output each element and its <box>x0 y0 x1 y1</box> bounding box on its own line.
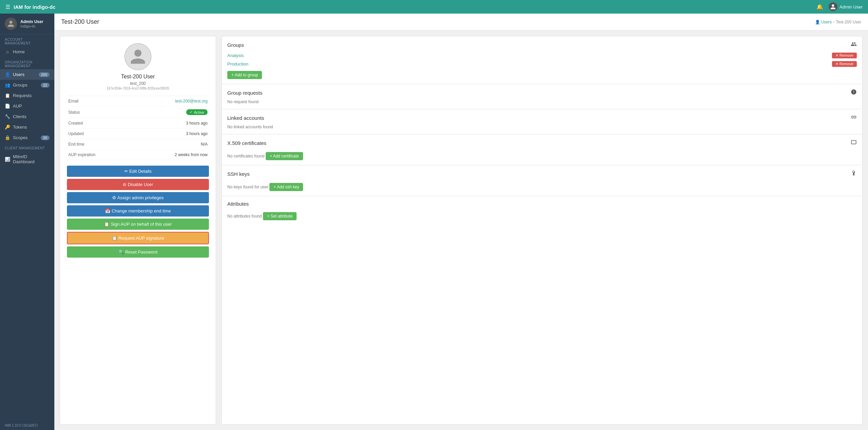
email-value[interactable]: test-200@test.org <box>116 99 208 104</box>
x509-header: X.509 certificates <box>227 139 857 147</box>
group-production-item: Production ✕ Remove <box>227 60 857 68</box>
sidebar-item-requests[interactable]: 📋 Requests <box>0 90 54 101</box>
nav-right-area: 🔔 Admin User <box>816 2 863 11</box>
user-uuid: 167e359e-7833-4ce2-9f8b-f035cee39505 <box>107 87 170 90</box>
group-analysis-link[interactable]: Analysis <box>227 53 244 58</box>
breadcrumb-current: Test-200 User <box>836 20 861 24</box>
sidebar-user-name: Admin User <box>20 19 43 24</box>
attributes-header: Attributes <box>227 201 857 207</box>
groups-section-header: Groups <box>227 41 857 49</box>
edit-details-button[interactable]: ✏ Edit Details <box>67 166 209 177</box>
attributes-title: Attributes <box>227 201 249 207</box>
sidebar-version: IAM 1.10.0 (161a057) <box>0 421 54 430</box>
home-icon: ⌂ <box>5 49 10 54</box>
remove-production-button[interactable]: ✕ Remove <box>832 61 857 67</box>
sidebar-user-section: Admin User indigo-dc <box>0 14 54 34</box>
user-username: test_200 <box>130 81 146 86</box>
end-time-value: N/A <box>116 142 208 147</box>
sidebar-avatar <box>5 18 17 30</box>
group-analysis-item: Analysis ✕ Remove <box>227 51 857 60</box>
hamburger-icon[interactable]: ☰ <box>5 4 10 10</box>
change-membership-button[interactable]: 📅 Change membership end time <box>67 205 209 217</box>
sidebar-item-scopes[interactable]: 🔒 Scopes 20 <box>0 132 54 143</box>
status-badge: ✓ Active <box>186 109 208 115</box>
group-requests-section: Group requests No request found <box>222 84 862 109</box>
status-label: Status <box>68 110 116 115</box>
page-title: Test-200 User <box>61 18 99 25</box>
sidebar-item-groups[interactable]: 👥 Groups 22 <box>0 80 54 90</box>
sign-aup-button[interactable]: 📋 Sign AUP on behalf of this user <box>67 219 209 230</box>
users-badge: 255 <box>39 72 50 77</box>
group-requests-no-data: No request found <box>227 98 259 106</box>
sidebar-item-home[interactable]: ⌂ Home <box>0 46 54 57</box>
sidebar-scopes-label: Scopes <box>13 135 28 140</box>
request-aup-button[interactable]: 📋 Request AUP signature <box>67 232 209 244</box>
user-avatar-large <box>124 43 152 70</box>
remove-analysis-button[interactable]: ✕ Remove <box>832 53 857 58</box>
disable-user-button[interactable]: ⊘ Disable User <box>67 179 209 190</box>
sidebar-item-aup[interactable]: 📄 AUP <box>0 101 54 111</box>
status-row: Status ✓ Active <box>67 107 209 118</box>
attributes-no-data: No attributes found <box>227 212 262 220</box>
breadcrumb: 👤 Users › Test-200 User <box>815 20 861 24</box>
admin-avatar <box>829 2 837 11</box>
ssh-keys-title: SSH keys <box>227 171 250 177</box>
scopes-badge: 20 <box>41 135 50 140</box>
aup-expiration-label: AUP expiration <box>68 152 116 157</box>
linked-accounts-header: Linked accounts <box>227 114 857 121</box>
sidebar-users-label: Users <box>13 72 24 77</box>
page-header: Test-200 User 👤 Users › Test-200 User <box>54 14 868 31</box>
user-display-name: Test-200 User <box>121 74 155 80</box>
aup-icon: 📄 <box>5 104 10 109</box>
linked-accounts-section: Linked accounts No linked accounts found <box>222 109 862 134</box>
created-row: Created 3 hours ago <box>67 118 209 129</box>
groups-icon: 👥 <box>5 82 10 88</box>
notification-bell-icon[interactable]: 🔔 <box>816 4 823 10</box>
sidebar-requests-label: Requests <box>13 93 32 98</box>
scopes-icon: 🔒 <box>5 135 10 140</box>
x509-title: X.509 certificates <box>227 140 266 146</box>
add-ssh-key-button[interactable]: + Add ssh key <box>269 183 303 191</box>
sidebar-user-info: Admin User indigo-dc <box>20 19 43 28</box>
ssh-keys-icon <box>851 170 857 177</box>
created-label: Created <box>68 121 116 126</box>
add-certificate-button[interactable]: + Add certificate <box>266 152 303 160</box>
add-to-group-button[interactable]: + Add to group <box>227 71 262 79</box>
ssh-keys-no-data: No keys found for user <box>227 183 268 191</box>
groups-icon <box>851 41 857 49</box>
status-value: ✓ Active <box>116 109 208 115</box>
email-row: Email test-200@test.org <box>67 96 209 107</box>
set-attribute-button[interactable]: + Set attribute <box>263 212 297 220</box>
admin-user-menu[interactable]: Admin User <box>829 2 863 11</box>
top-navbar: ☰ IAM for indigo-dc 🔔 Admin User <box>0 0 868 14</box>
x509-section: X.509 certificates No certificates found… <box>222 134 862 165</box>
reset-password-button[interactable]: 🔍 Reset Password <box>67 246 209 258</box>
updated-value: 3 hours ago <box>116 131 208 136</box>
content-area: Test-200 User test_200 167e359e-7833-4ce… <box>54 31 868 430</box>
groups-title: Groups <box>227 42 244 48</box>
assign-admin-button[interactable]: ⚙ Assign admin privileges <box>67 192 209 203</box>
sidebar-user-org: indigo-dc <box>20 24 43 28</box>
linked-accounts-no-data: No linked accounts found <box>227 123 273 131</box>
sidebar-item-clients[interactable]: 🔧 Clients <box>0 111 54 122</box>
created-value: 3 hours ago <box>116 121 208 126</box>
requests-icon: 📋 <box>5 93 10 98</box>
app-title: IAM for indigo-dc <box>14 4 55 10</box>
sidebar-item-users[interactable]: 👤 Users 255 <box>0 69 54 80</box>
ssh-keys-section: SSH keys No keys found for user + Add ss… <box>222 165 862 196</box>
groups-section: Groups Analysis ✕ Remove Production ✕ Re… <box>222 36 862 84</box>
sidebar-item-mitreid[interactable]: 📊 MitreID Dashboard <box>0 151 54 167</box>
user-breadcrumb-icon: 👤 <box>815 20 820 24</box>
sidebar-item-tokens[interactable]: 🔑 Tokens <box>0 122 54 132</box>
sidebar-clients-label: Clients <box>13 114 26 119</box>
clients-icon: 🔧 <box>5 114 10 119</box>
right-panel: Groups Analysis ✕ Remove Production ✕ Re… <box>222 36 863 425</box>
breadcrumb-users-link[interactable]: 👤 Users <box>815 20 832 24</box>
end-time-label: End time <box>68 142 116 147</box>
sidebar-groups-label: Groups <box>13 82 28 88</box>
group-requests-header: Group requests <box>227 89 857 96</box>
breadcrumb-separator: › <box>833 20 834 24</box>
group-production-link[interactable]: Production <box>227 61 248 67</box>
aup-expiration-row: AUP expiration 2 weeks from now <box>67 150 209 160</box>
sidebar-home-label: Home <box>13 49 25 54</box>
